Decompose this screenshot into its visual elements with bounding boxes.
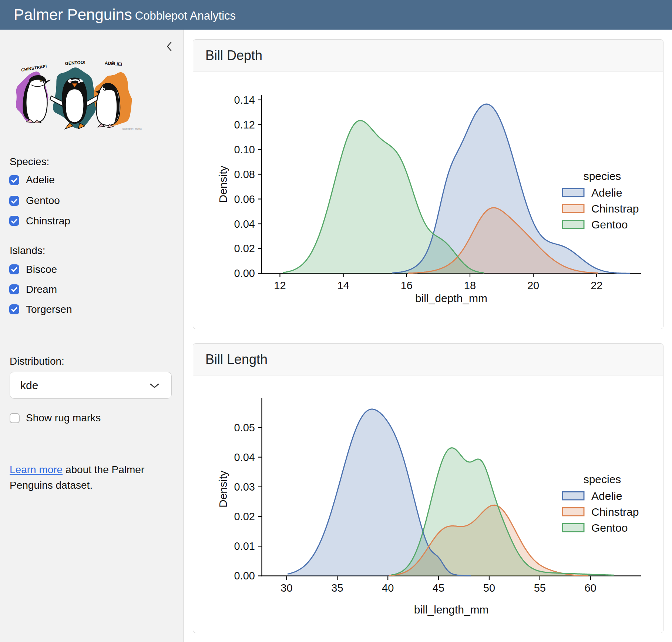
svg-text:GENTOO!: GENTOO! <box>65 60 85 66</box>
svg-text:CHINSTRAP!: CHINSTRAP! <box>21 64 47 72</box>
svg-text:@allison_horst: @allison_horst <box>122 127 142 130</box>
svg-text:ADĒLIE!: ADĒLIE! <box>105 60 122 67</box>
